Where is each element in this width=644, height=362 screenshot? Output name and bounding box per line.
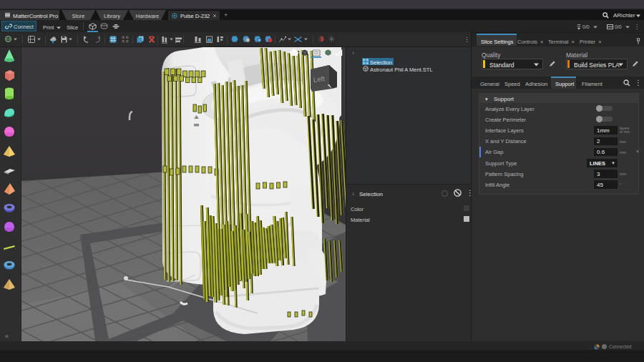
svg-text:Left: Left (313, 74, 325, 84)
